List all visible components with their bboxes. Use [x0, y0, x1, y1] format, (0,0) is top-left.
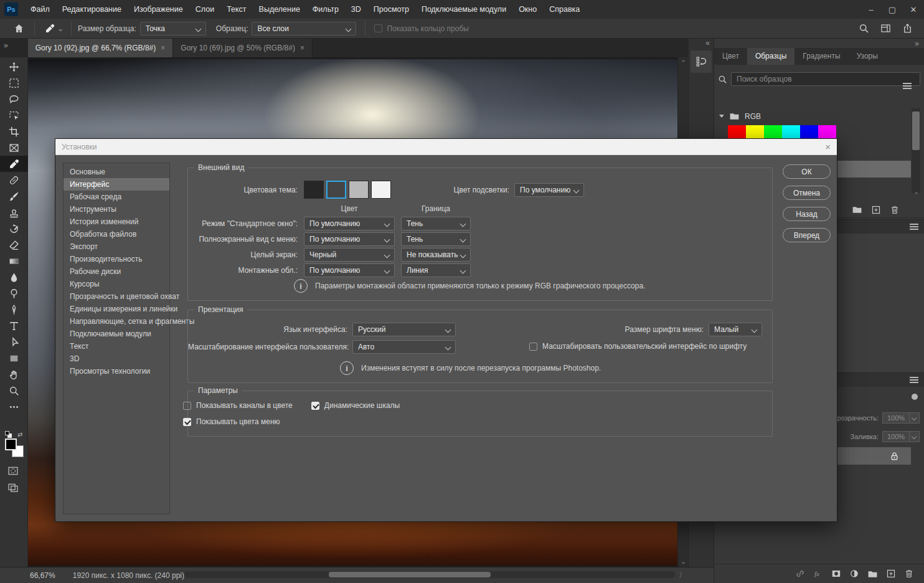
theme-swatch[interactable]: [304, 181, 324, 199]
chevron-down-icon[interactable]: [910, 431, 920, 442]
menu-item[interactable]: Окно: [512, 0, 543, 19]
preferences-category[interactable]: Экспорт: [64, 240, 169, 253]
menu-item[interactable]: Текст: [220, 0, 252, 19]
preferences-category[interactable]: Производительность: [64, 253, 169, 265]
preferences-category[interactable]: Направляющие, сетка и фрагменты: [64, 315, 169, 328]
tool-button[interactable]: [0, 253, 28, 269]
tool-button[interactable]: [0, 301, 28, 318]
mode-border-dropdown[interactable]: Линия: [401, 263, 471, 277]
tool-button[interactable]: [0, 75, 28, 91]
menu-item[interactable]: Файл: [24, 0, 56, 19]
mode-color-dropdown[interactable]: По умолчанию: [304, 232, 395, 246]
tool-button[interactable]: [0, 382, 28, 399]
preferences-category[interactable]: 3D: [64, 353, 169, 365]
panel-menu-icon[interactable]: [910, 379, 918, 381]
panel-tab[interactable]: Градиенты: [794, 48, 848, 65]
tool-button[interactable]: [0, 204, 28, 220]
dialog-button[interactable]: ОК: [783, 164, 831, 179]
mode-border-dropdown[interactable]: Тень: [401, 232, 471, 246]
opacity-value[interactable]: 100%: [882, 412, 910, 424]
chevron-double-right-icon[interactable]: »: [714, 39, 924, 48]
preferences-category[interactable]: Интерфейс: [64, 178, 169, 191]
dialog-title-bar[interactable]: Установки ×: [55, 139, 837, 155]
screen-mode-button[interactable]: [7, 482, 19, 493]
chevron-down-icon[interactable]: [719, 115, 724, 118]
new-swatch-icon[interactable]: [871, 205, 881, 215]
preferences-category[interactable]: История изменений: [64, 216, 169, 228]
panel-tab[interactable]: Образцы: [747, 48, 794, 65]
dialog-button[interactable]: Назад: [783, 207, 831, 221]
layer-style-fx-icon[interactable]: [813, 569, 823, 579]
option-checkbox[interactable]: [183, 418, 191, 426]
tool-button[interactable]: [0, 269, 28, 285]
mode-color-dropdown[interactable]: Черный: [304, 248, 395, 262]
share-icon[interactable]: [902, 23, 913, 34]
preferences-category[interactable]: Обработка файлов: [64, 228, 169, 240]
close-tab-icon[interactable]: ×: [300, 44, 304, 52]
menu-item[interactable]: Справка: [543, 0, 586, 19]
menu-item[interactable]: Слои: [189, 0, 220, 19]
panel-menu-icon[interactable]: [903, 85, 912, 87]
tool-button[interactable]: [0, 237, 28, 253]
scroll-down-icon[interactable]: ⌄: [678, 558, 689, 565]
document-tab[interactable]: Gory 10 (69).jpg @ 50% (RGB/8#) ×: [173, 39, 313, 57]
option-checkbox[interactable]: [311, 402, 319, 410]
minimize-button[interactable]: –: [860, 0, 882, 19]
swatch-search-input[interactable]: [731, 72, 920, 86]
tool-button[interactable]: [0, 59, 28, 75]
scale-ui-by-font-checkbox[interactable]: [529, 343, 537, 351]
history-panel-button[interactable]: [691, 50, 712, 73]
dialog-button[interactable]: Отмена: [783, 186, 831, 200]
tool-button[interactable]: [0, 107, 28, 123]
horizontal-scrollbar[interactable]: [184, 571, 675, 578]
menu-item[interactable]: Фильтр: [306, 0, 345, 19]
fill-value[interactable]: 100%: [882, 431, 910, 442]
mode-color-dropdown[interactable]: По умолчанию: [304, 217, 395, 230]
menu-item[interactable]: Подключаемые модули: [415, 0, 512, 19]
dialog-button[interactable]: Вперед: [783, 228, 831, 242]
preferences-category[interactable]: Курсоры: [64, 278, 169, 290]
close-dialog-icon[interactable]: ×: [825, 141, 831, 152]
quick-mask-button[interactable]: [7, 465, 19, 476]
tool-button[interactable]: [0, 91, 28, 107]
tool-button[interactable]: [0, 156, 28, 172]
preferences-category[interactable]: Прозрачность и цветовой охват: [64, 290, 169, 303]
tool-button[interactable]: [0, 334, 28, 350]
menu-item[interactable]: Изображение: [128, 0, 189, 19]
filter-toggle-icon[interactable]: [912, 394, 918, 400]
close-tab-icon[interactable]: ×: [161, 44, 165, 52]
tool-button[interactable]: [0, 123, 28, 140]
show-ring-checkbox[interactable]: [374, 24, 382, 32]
mode-color-dropdown[interactable]: По умолчанию: [304, 263, 395, 277]
menu-item[interactable]: Просмотр: [367, 0, 415, 19]
menu-font-size-dropdown[interactable]: Малый: [709, 323, 762, 336]
menu-item[interactable]: Выделение: [253, 0, 306, 19]
eyedropper-preset-icon[interactable]: [45, 24, 55, 34]
ui-language-dropdown[interactable]: Русский: [352, 323, 456, 336]
panel-tab[interactable]: Узоры: [849, 48, 886, 65]
mode-border-dropdown[interactable]: Не показывать: [401, 248, 471, 262]
document-tab[interactable]: Gory 10 (92).jpg @ 66,7% (RGB/8#) ×: [28, 39, 174, 57]
preferences-category[interactable]: Рабочая среда: [64, 191, 169, 203]
foreground-color-swatch[interactable]: [5, 438, 17, 450]
zoom-level-field[interactable]: 66,67%: [30, 571, 55, 580]
tool-button[interactable]: [0, 140, 28, 156]
search-icon[interactable]: [859, 23, 869, 34]
theme-swatch[interactable]: [371, 181, 391, 199]
tool-button[interactable]: [0, 399, 28, 415]
sample-dropdown[interactable]: Все слои: [252, 22, 356, 36]
scroll-down-icon[interactable]: ⌄: [914, 188, 919, 195]
preferences-category[interactable]: Подключаемые модули: [64, 328, 169, 340]
option-checkbox[interactable]: [183, 402, 191, 410]
close-window-button[interactable]: ✕: [903, 0, 924, 19]
theme-swatch[interactable]: [349, 181, 369, 199]
swatch-group-row[interactable]: RGB: [719, 111, 924, 121]
workspace-icon[interactable]: [880, 23, 891, 34]
layer-mask-icon[interactable]: [831, 569, 841, 579]
chevron-double-left-icon[interactable]: «: [689, 39, 714, 49]
swap-colors-icon[interactable]: ⇄: [17, 431, 22, 438]
tool-button[interactable]: [0, 188, 28, 204]
swatches-scrollbar[interactable]: [912, 108, 920, 193]
tool-button[interactable]: [0, 318, 28, 334]
tool-button[interactable]: [0, 285, 28, 301]
